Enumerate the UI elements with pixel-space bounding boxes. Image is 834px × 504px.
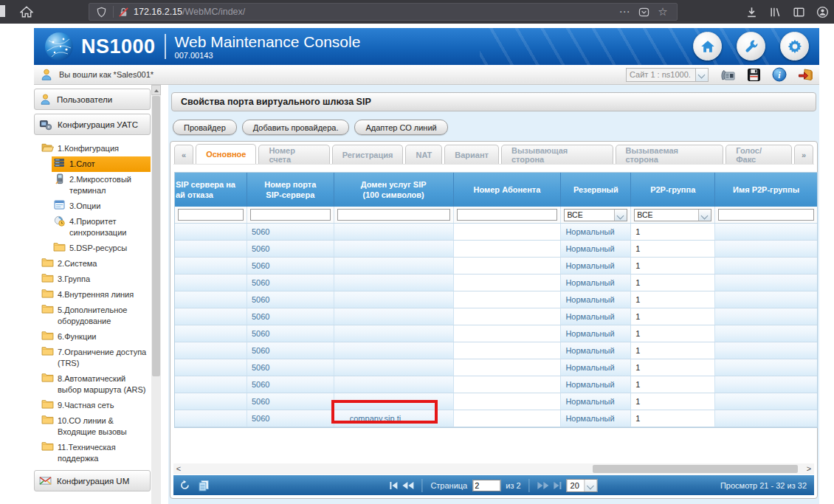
table-cell[interactable]: 5060	[247, 342, 334, 359]
table-cell[interactable]	[454, 258, 562, 274]
table-row[interactable]: 5060Нормальный1	[175, 275, 817, 291]
table-cell[interactable]	[454, 275, 562, 291]
table-cell[interactable]	[334, 224, 454, 240]
table-cell[interactable]: 1	[631, 308, 715, 325]
home-screen-button[interactable]	[693, 32, 722, 61]
column-header[interactable]: Номер Абонента	[454, 173, 562, 207]
add-provider-button[interactable]: Добавить провайдера.	[242, 120, 350, 135]
info-icon[interactable]: i	[772, 67, 787, 82]
table-cell[interactable]	[715, 393, 817, 410]
table-cell[interactable]: Нормальный	[561, 376, 631, 393]
table-cell[interactable]	[454, 241, 562, 257]
table-cell[interactable]: Нормальный	[561, 308, 631, 325]
tabs-scroll-right[interactable]: »	[794, 145, 813, 164]
table-row[interactable]: 5060Нормальный1	[175, 241, 817, 258]
table-cell[interactable]	[175, 291, 247, 308]
copy-grid-icon[interactable]	[198, 480, 210, 491]
table-cell[interactable]: 1	[631, 359, 715, 376]
table-cell[interactable]	[715, 325, 817, 342]
table-cell[interactable]	[715, 359, 817, 376]
pocket-icon[interactable]	[634, 7, 653, 18]
prev-page-button[interactable]	[402, 482, 413, 489]
table-cell[interactable]: Нормальный	[561, 342, 631, 359]
table-cell[interactable]: 5060	[247, 241, 334, 257]
sidebar-item[interactable]: 3.Опции	[52, 199, 151, 214]
tab-2[interactable]: Регистрация	[332, 145, 404, 164]
table-cell[interactable]: 1	[631, 258, 715, 274]
tabs-scroll-left[interactable]: «	[174, 145, 193, 164]
table-cell[interactable]: Нормальный	[561, 393, 631, 410]
logout-icon[interactable]	[798, 68, 813, 82]
sidebar-section-users[interactable]: Пользователи	[34, 89, 151, 110]
table-cell[interactable]: 1	[631, 241, 715, 257]
url-bar[interactable]: 172.16.2.15/WebMC/index/ ⋯ ☆	[89, 3, 678, 21]
sidebar-item[interactable]: 2.Система	[40, 256, 151, 272]
table-cell[interactable]	[175, 224, 247, 240]
table-cell[interactable]	[715, 376, 817, 393]
table-cell[interactable]	[715, 241, 817, 257]
column-header[interactable]: Имя P2P-группы	[715, 173, 817, 207]
co-adapter-button[interactable]: Адаптер СО линий	[354, 120, 447, 135]
sidebar-item[interactable]: 10.СО линии & Входящие вызовы	[40, 413, 151, 440]
table-cell[interactable]	[454, 325, 562, 342]
table-cell[interactable]	[454, 308, 562, 325]
table-cell[interactable]	[175, 410, 247, 427]
sidebar-item[interactable]: 5.DSP-ресурсы	[52, 241, 151, 256]
table-cell[interactable]: 5060	[247, 275, 334, 291]
table-cell[interactable]	[175, 376, 247, 393]
sidebar-item[interactable]: 4.Приоритет синхронизации	[52, 214, 151, 241]
table-cell[interactable]	[454, 342, 562, 359]
sidebar-scrollbar[interactable]	[151, 85, 161, 504]
table-cell[interactable]: 5060	[247, 291, 334, 308]
tab-1[interactable]: Номер счета	[258, 145, 329, 164]
table-row[interactable]: 5060Нормальный1	[175, 376, 817, 393]
table-cell[interactable]	[715, 275, 817, 291]
sidebar-item[interactable]: 8.Автоматический выбор маршрута (ARS)	[40, 371, 151, 398]
table-cell[interactable]: Нормальный	[561, 241, 631, 257]
table-cell[interactable]	[175, 342, 247, 359]
sidebar-section-um-configuration[interactable]: Конфигурация UM	[34, 470, 151, 491]
column-header[interactable]: P2P-группа	[631, 173, 715, 207]
table-cell[interactable]	[334, 241, 454, 257]
table-cell[interactable]	[454, 410, 562, 427]
sidebar-item[interactable]: 7.Ограничение доступа (TRS)	[40, 345, 151, 371]
table-row[interactable]: 5060Нормальный1	[175, 308, 817, 325]
table-cell[interactable]	[334, 275, 454, 291]
browser-home-icon[interactable]	[18, 3, 35, 21]
filter-select[interactable]: ВСЕ	[634, 209, 711, 221]
account-icon[interactable]	[815, 6, 830, 18]
scroll-up-arrow[interactable]	[151, 85, 161, 95]
column-header[interactable]: SIP сервера наай отказа	[175, 173, 247, 207]
table-cell[interactable]: 5060	[247, 308, 334, 325]
filter-select[interactable]: ВСЕ	[564, 209, 627, 221]
table-cell[interactable]	[454, 224, 562, 240]
table-row[interactable]: 5060company.sip.tjНормальный1	[175, 410, 817, 427]
table-cell[interactable]: 5060	[247, 258, 334, 274]
tab-6[interactable]: Вызываемая сторона	[616, 145, 724, 164]
table-cell[interactable]: 1	[631, 325, 715, 342]
scroll-left-arrow[interactable]: <	[173, 463, 184, 474]
site-select[interactable]: Сайт 1 : ns1000.	[626, 68, 709, 82]
table-cell[interactable]	[334, 359, 454, 376]
refresh-icon[interactable]	[179, 480, 190, 491]
sidebar-item[interactable]: 6.Функции	[40, 329, 151, 345]
table-cell[interactable]: 5060	[247, 393, 334, 410]
save-icon[interactable]	[747, 68, 761, 82]
table-cell[interactable]	[454, 291, 562, 308]
tab-7[interactable]: Голос/Факс	[726, 145, 792, 164]
table-cell[interactable]: 1	[631, 376, 715, 393]
horizontal-scrollbar[interactable]: < >	[173, 463, 814, 474]
table-cell[interactable]: Нормальный	[561, 291, 631, 308]
table-cell[interactable]	[334, 325, 454, 342]
sidebar-item[interactable]: 3.Группа	[40, 272, 151, 287]
provider-button[interactable]: Провайдер	[173, 120, 237, 135]
sidebar-item[interactable]: 5.Дополнительное оборудование	[40, 303, 151, 329]
tracking-shield-icon[interactable]	[94, 7, 108, 18]
url-text[interactable]: 172.16.2.15/WebMC/index/	[134, 7, 615, 17]
sidebar-scroll-thumb[interactable]	[152, 96, 160, 376]
column-header[interactable]: Номер портаSIP-сервера	[247, 173, 334, 207]
table-cell[interactable]	[454, 359, 562, 376]
page-actions-icon[interactable]: ⋯	[615, 5, 634, 18]
sidebar-item[interactable]: 11.Техническая поддержка	[40, 440, 151, 466]
scrollbar-thumb[interactable]	[593, 465, 797, 473]
